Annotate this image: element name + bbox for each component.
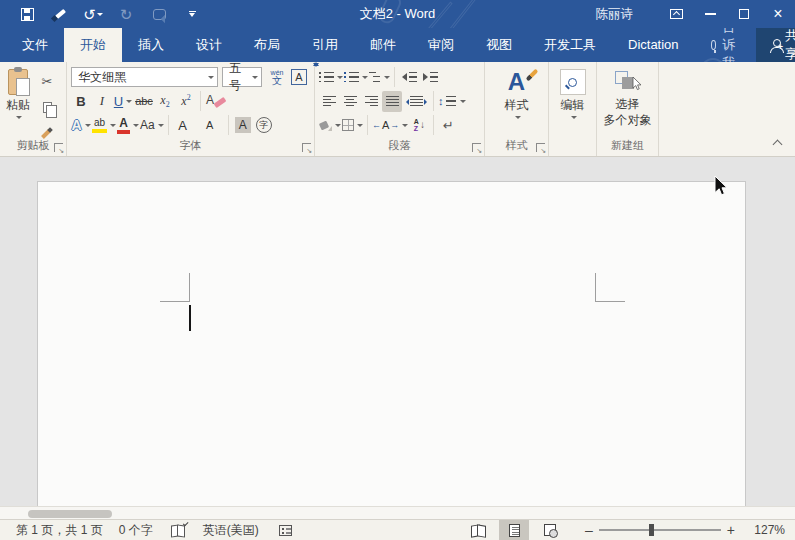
word-application-window: ↺ ↻ 文档2 - Word 陈丽诗 × 文件 开始 插入 设计 布局 引用 邮… — [0, 0, 795, 540]
font-name-combobox[interactable]: 华文细黑 — [71, 67, 218, 87]
customize-qat-button[interactable] — [183, 5, 201, 23]
underline-button[interactable]: U — [113, 91, 133, 112]
align-center-icon — [344, 96, 357, 107]
share-person-icon: + — [770, 39, 779, 52]
clipboard-dialog-launcher[interactable] — [54, 143, 63, 152]
strikethrough-button[interactable]: abc — [134, 91, 154, 112]
increase-indent-button[interactable] — [420, 67, 440, 88]
editing-button[interactable]: 编辑 — [549, 65, 596, 119]
ink-marker-button[interactable] — [51, 5, 69, 23]
tab-insert[interactable]: 插入 — [122, 28, 180, 62]
change-case-button[interactable]: Aa — [140, 115, 164, 136]
close-button[interactable]: × — [761, 0, 795, 28]
character-border-button[interactable]: A — [291, 69, 307, 85]
superscript-button[interactable]: x2 — [176, 91, 196, 112]
select-multiple-objects-button[interactable]: 选择 多个对象 — [597, 65, 658, 127]
shrink-font-button[interactable]: A — [200, 115, 220, 136]
tab-view[interactable]: 视图 — [470, 28, 528, 62]
divider — [228, 115, 229, 135]
justify-button[interactable] — [382, 91, 402, 112]
numbered-list-icon — [344, 72, 346, 82]
share-label: 共享 — [785, 28, 795, 62]
line-spacing-button[interactable]: ↕ — [438, 91, 466, 112]
bullets-button[interactable] — [319, 67, 343, 88]
font-size-combobox[interactable]: 五号 — [222, 67, 262, 87]
tab-home[interactable]: 开始 — [64, 28, 122, 62]
horizontal-scrollbar[interactable] — [0, 506, 795, 519]
undo-button[interactable]: ↺ — [84, 5, 102, 23]
tab-mailings[interactable]: 邮件 — [354, 28, 412, 62]
chevron-down-icon — [110, 124, 116, 127]
maximize-button[interactable] — [727, 0, 761, 28]
save-icon — [21, 8, 34, 21]
borders-button[interactable] — [342, 115, 363, 136]
macro-record-icon[interactable] — [279, 525, 292, 536]
subscript-button[interactable]: x2 — [155, 91, 175, 112]
redo-icon: ↻ — [120, 7, 133, 22]
multilevel-list-button[interactable] — [369, 67, 390, 88]
styles-button[interactable]: A 样式 — [485, 65, 548, 119]
tell-me-box[interactable]: 告诉我 — [695, 28, 756, 62]
sort-button[interactable]: AZ ↓ — [409, 115, 429, 136]
paragraph-dialog-launcher[interactable] — [472, 143, 481, 152]
ribbon-display-options-button[interactable] — [659, 0, 693, 28]
page-number-indicator[interactable]: 第 1 页，共 1 页 — [8, 522, 111, 539]
grow-font-button[interactable]: A — [173, 115, 193, 136]
text-effects-button[interactable]: A — [71, 115, 91, 136]
tab-design[interactable]: 设计 — [180, 28, 238, 62]
text-highlight-button[interactable]: ab — [92, 115, 116, 136]
shading-button[interactable] — [319, 115, 341, 136]
paragraph-mark-icon: ↵ — [443, 118, 454, 133]
print-layout-button[interactable] — [499, 520, 529, 540]
phonetic-guide-button[interactable]: wén 文 — [268, 69, 286, 86]
align-center-button[interactable] — [340, 91, 360, 112]
styles-dialog-launcher[interactable] — [536, 143, 545, 152]
document-page[interactable] — [37, 181, 746, 506]
collapse-ribbon-button[interactable] — [773, 140, 783, 150]
language-indicator[interactable]: 英语(美国) — [195, 522, 267, 539]
ribbon: 粘贴 ✂ 剪贴板 华文细黑 五号 — [0, 62, 795, 157]
zoom-level-indicator[interactable]: 127% — [741, 523, 787, 537]
asian-layout-button[interactable]: ← A → — [372, 115, 408, 136]
distribute-text-button[interactable] — [406, 91, 426, 112]
font-dialog-launcher[interactable] — [302, 143, 311, 152]
web-layout-button[interactable] — [535, 520, 565, 540]
copy-button[interactable] — [36, 97, 58, 117]
numbering-button[interactable] — [344, 67, 368, 88]
horizontal-scrollbar-thumb[interactable] — [28, 510, 112, 518]
font-color-button[interactable]: A — [117, 115, 139, 136]
clear-formatting-button[interactable]: A — [205, 91, 225, 112]
zoom-slider-handle[interactable] — [649, 524, 654, 536]
minimize-button[interactable] — [693, 0, 727, 28]
read-mode-button[interactable] — [463, 520, 493, 540]
show-hide-marks-button[interactable]: ↵ — [438, 115, 458, 136]
align-left-button[interactable] — [319, 91, 339, 112]
italic-button[interactable]: I — [92, 91, 112, 112]
ribbon-group-editing: 编辑 — [549, 62, 597, 156]
tab-review[interactable]: 审阅 — [412, 28, 470, 62]
tab-references[interactable]: 引用 — [296, 28, 354, 62]
ink-marker-icon — [52, 6, 68, 22]
tab-developer[interactable]: 开发工具 — [528, 28, 612, 62]
word-count-indicator[interactable]: 0 个字 — [111, 522, 161, 539]
tab-layout[interactable]: 布局 — [238, 28, 296, 62]
save-button[interactable] — [18, 5, 36, 23]
redo-button[interactable]: ↻ — [117, 5, 135, 23]
share-button[interactable]: + 共享 — [756, 28, 795, 62]
enclose-characters-button[interactable]: 字 — [254, 115, 274, 136]
bold-button[interactable]: B — [71, 91, 91, 112]
tab-dictation[interactable]: Dictation — [612, 28, 695, 62]
cut-button[interactable]: ✂ — [36, 71, 58, 91]
zoom-in-button[interactable]: + — [721, 522, 741, 538]
tab-file[interactable]: 文件 — [6, 28, 64, 62]
spell-check-icon[interactable] — [171, 525, 185, 536]
touch-mouse-mode-button[interactable] — [150, 5, 168, 23]
decrease-indent-button[interactable] — [399, 67, 419, 88]
align-right-button[interactable] — [361, 91, 381, 112]
chevron-down-icon — [252, 76, 258, 79]
document-canvas[interactable] — [0, 157, 795, 506]
zoom-slider-track[interactable] — [599, 529, 721, 530]
character-shading-button[interactable]: A — [233, 115, 253, 136]
zoom-out-button[interactable]: – — [579, 522, 599, 538]
user-name[interactable]: 陈丽诗 — [596, 6, 634, 23]
